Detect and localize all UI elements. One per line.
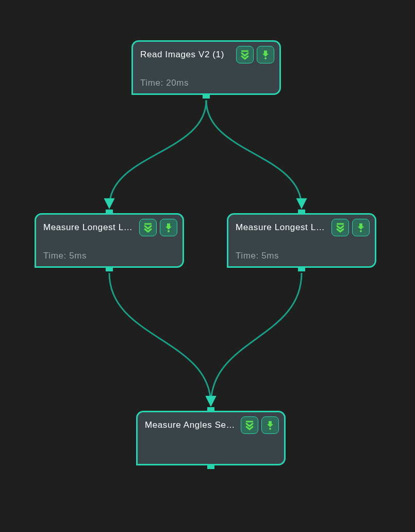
- node-time-label: Time: 5ms: [43, 251, 87, 261]
- node-buttons: [241, 416, 279, 434]
- node-header: Read Images V2 (1): [133, 42, 279, 63]
- node-header: Measure Longest L…: [36, 215, 182, 236]
- port-out[interactable]: [106, 266, 113, 271]
- node-time-label: Time: 20ms: [140, 78, 189, 88]
- port-out[interactable]: [298, 266, 305, 271]
- expand-button[interactable]: [241, 416, 258, 434]
- info-button[interactable]: [261, 416, 279, 434]
- port-in[interactable]: [298, 209, 305, 215]
- node-measure-angles[interactable]: Measure Angles Se…: [136, 411, 286, 465]
- node-header: Measure Longest L…: [228, 215, 375, 236]
- svg-point-1: [264, 57, 267, 59]
- info-down-icon: [260, 50, 271, 60]
- node-buttons: [139, 219, 177, 236]
- svg-rect-4: [337, 223, 344, 225]
- edge-measure-longest-right-to-measure-angles: [211, 273, 302, 405]
- expand-down-icon: [143, 222, 153, 233]
- info-button[interactable]: [257, 46, 274, 63]
- flow-canvas[interactable]: Read Images V2 (1) Time: 20ms Measure Lo…: [0, 0, 415, 532]
- info-down-icon: [163, 222, 174, 233]
- edge-read-images-to-measure-longest-right: [206, 100, 302, 207]
- expand-button[interactable]: [331, 219, 349, 236]
- node-buttons: [331, 219, 370, 236]
- expand-down-icon: [244, 420, 255, 430]
- node-header: Measure Angles Se…: [138, 412, 284, 434]
- node-measure-longest-right[interactable]: Measure Longest L… Time: 5ms: [227, 213, 376, 268]
- port-out[interactable]: [207, 464, 214, 469]
- expand-button[interactable]: [139, 219, 157, 236]
- edge-read-images-to-measure-longest-left: [109, 100, 206, 207]
- port-in[interactable]: [207, 407, 214, 412]
- node-time-label: Time: 5ms: [236, 251, 279, 261]
- svg-point-5: [360, 230, 362, 232]
- port-in[interactable]: [106, 209, 113, 215]
- info-button[interactable]: [352, 219, 370, 236]
- node-measure-longest-left[interactable]: Measure Longest L… Time: 5ms: [35, 213, 184, 268]
- info-button[interactable]: [160, 219, 177, 236]
- edge-measure-longest-left-to-measure-angles: [109, 273, 211, 405]
- node-title: Measure Angles Se…: [145, 420, 237, 430]
- svg-point-3: [168, 230, 170, 232]
- node-title: Read Images V2 (1): [140, 50, 232, 60]
- expand-down-icon: [240, 50, 250, 60]
- port-out[interactable]: [203, 93, 210, 99]
- node-read-images[interactable]: Read Images V2 (1) Time: 20ms: [131, 40, 281, 95]
- svg-rect-0: [241, 51, 248, 52]
- svg-rect-2: [144, 223, 152, 225]
- node-buttons: [236, 46, 274, 63]
- svg-rect-6: [246, 421, 253, 423]
- info-down-icon: [265, 420, 275, 430]
- expand-button[interactable]: [236, 46, 254, 63]
- expand-down-icon: [335, 222, 345, 233]
- node-title: Measure Longest L…: [236, 222, 327, 233]
- info-down-icon: [356, 222, 366, 233]
- svg-point-7: [269, 428, 271, 430]
- node-title: Measure Longest L…: [43, 222, 135, 233]
